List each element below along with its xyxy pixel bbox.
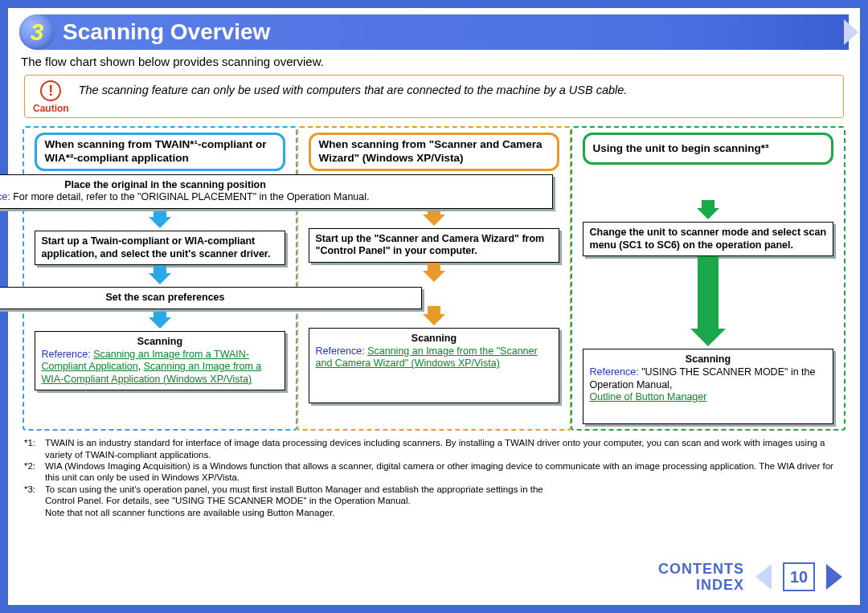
prev-page-button[interactable] bbox=[755, 564, 772, 590]
reference-label: Reference: bbox=[316, 345, 365, 357]
arrow-down-icon bbox=[423, 271, 445, 282]
reference-label: Reference: bbox=[590, 366, 639, 378]
arrow-down-icon bbox=[154, 309, 166, 317]
reference-label: Reference: bbox=[0, 191, 10, 202]
chevron-right-icon bbox=[844, 19, 858, 45]
page-frame: 3 Scanning Overview The flow chart shown… bbox=[0, 0, 868, 613]
step-scanning-unit: Scanning Reference: "USING THE SCANNER M… bbox=[583, 349, 834, 424]
arrow-down-icon bbox=[702, 200, 714, 208]
footnotes: *1:TWAIN is an industry standard for int… bbox=[24, 437, 844, 518]
arrow-down-icon bbox=[697, 208, 719, 219]
reference-label: Reference: bbox=[42, 349, 91, 360]
chapter-header: 3 Scanning Overview bbox=[19, 14, 849, 50]
nav-bar: CONTENTS INDEX 10 bbox=[658, 561, 842, 594]
chapter-title: Scanning Overview bbox=[63, 19, 270, 45]
intro-text: The flow chart shown below provides scan… bbox=[21, 55, 847, 68]
step-place-original-title: Place the original in the scanning posit… bbox=[64, 179, 266, 190]
scanning-title: Scanning bbox=[590, 353, 827, 366]
arrow-down-icon bbox=[149, 273, 171, 284]
caution-icon: ! bbox=[40, 80, 61, 101]
flowchart: When scanning from TWAIN*¹-compliant or … bbox=[23, 126, 845, 431]
step-set-preferences: Set the scan preferences bbox=[0, 287, 422, 309]
step-place-original-ref: For more detail, refer to the "ORIGINAL … bbox=[10, 191, 370, 202]
column-header-wizard: When scanning from "Scanner and Camera W… bbox=[309, 133, 560, 171]
arrow-down-icon bbox=[149, 217, 171, 228]
flow-column-unit: Using the unit to begin scanning*³ Chang… bbox=[571, 126, 845, 431]
footnote-1: TWAIN is an industry standard for interf… bbox=[45, 437, 844, 460]
caution-box: ! Caution The scanning feature can only … bbox=[24, 75, 844, 118]
link-outline-button-manager[interactable]: Outline of Button Manager bbox=[590, 391, 707, 403]
step-scanning-twain: Scanning Reference: Scanning an Image fr… bbox=[35, 331, 286, 391]
flow-column-wizard: When scanning from "Scanner and Camera W… bbox=[297, 126, 571, 431]
arrow-down-icon bbox=[428, 263, 440, 271]
index-link[interactable]: INDEX bbox=[658, 577, 744, 594]
caution-text: The scanning feature can only be used wi… bbox=[79, 80, 628, 96]
next-page-button[interactable] bbox=[826, 564, 842, 590]
arrow-down-icon bbox=[149, 317, 171, 329]
scanning-title: Scanning bbox=[42, 336, 279, 349]
arrow-down-icon bbox=[154, 209, 166, 217]
footnote-3: To scan using the unit's operation panel… bbox=[45, 484, 559, 507]
arrow-down-icon bbox=[690, 329, 726, 346]
contents-link[interactable]: CONTENTS bbox=[658, 561, 744, 578]
step-start-wizard: Start up the "Scanner and Camera Wizard"… bbox=[309, 228, 560, 263]
step-place-original: Place the original in the scanning posit… bbox=[0, 174, 553, 209]
chapter-number-badge: 3 bbox=[19, 14, 55, 50]
footnote-key-1: *1: bbox=[24, 437, 45, 460]
scanning-title: Scanning bbox=[316, 333, 553, 345]
footnote-2: WIA (Windows Imaging Acquisition) is a W… bbox=[45, 460, 844, 484]
flow-column-twain: When scanning from TWAIN*¹-compliant or … bbox=[23, 126, 297, 431]
arrow-down-icon bbox=[423, 215, 445, 226]
footnote-key-3: *3: bbox=[24, 484, 45, 507]
column-header-unit: Using the unit to begin scanning*³ bbox=[583, 133, 834, 165]
footnote-key-2: *2: bbox=[24, 460, 45, 484]
step-change-unit-mode: Change the unit to scanner mode and sele… bbox=[583, 222, 834, 256]
footnote-note: Note that not all scanner functions are … bbox=[45, 507, 335, 518]
spacer bbox=[577, 168, 839, 200]
caution-label: Caution bbox=[33, 103, 69, 114]
arrow-down-icon bbox=[428, 306, 440, 314]
arrow-down-icon bbox=[154, 265, 166, 273]
arrow-down-icon bbox=[423, 314, 445, 325]
step-start-twain-app: Start up a Twain-compliant or WIA-compli… bbox=[35, 231, 286, 265]
page-number: 10 bbox=[783, 562, 815, 591]
arrow-down-icon bbox=[698, 256, 719, 329]
column-header-twain: When scanning from TWAIN*¹-compliant or … bbox=[35, 133, 286, 171]
step-scanning-wizard: Scanning Reference: Scanning an Image fr… bbox=[309, 328, 560, 403]
